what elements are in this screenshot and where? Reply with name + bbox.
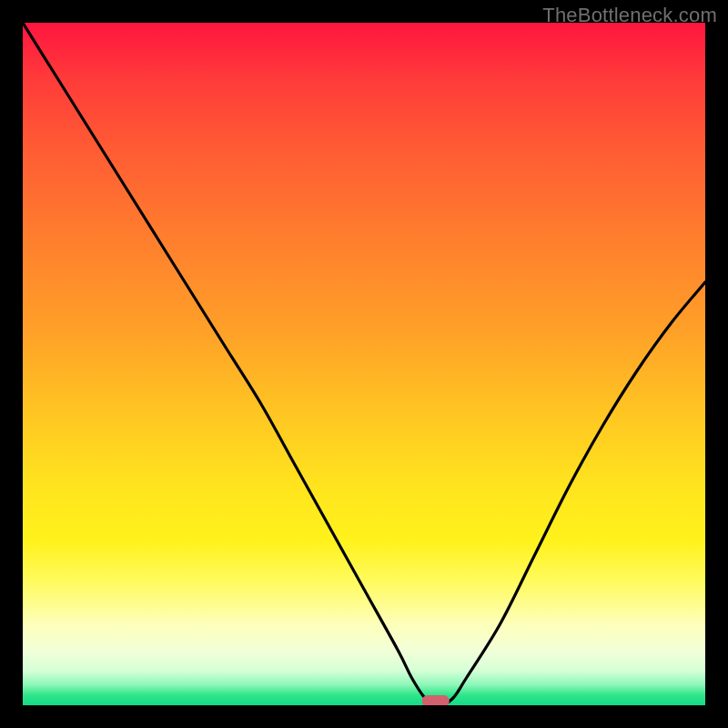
bottleneck-curve (23, 23, 705, 705)
chart-container: TheBottleneck.com (0, 0, 728, 728)
minimum-marker (422, 695, 450, 705)
watermark-text: TheBottleneck.com (542, 4, 717, 27)
curve-svg (23, 23, 705, 705)
plot-area (23, 23, 705, 705)
